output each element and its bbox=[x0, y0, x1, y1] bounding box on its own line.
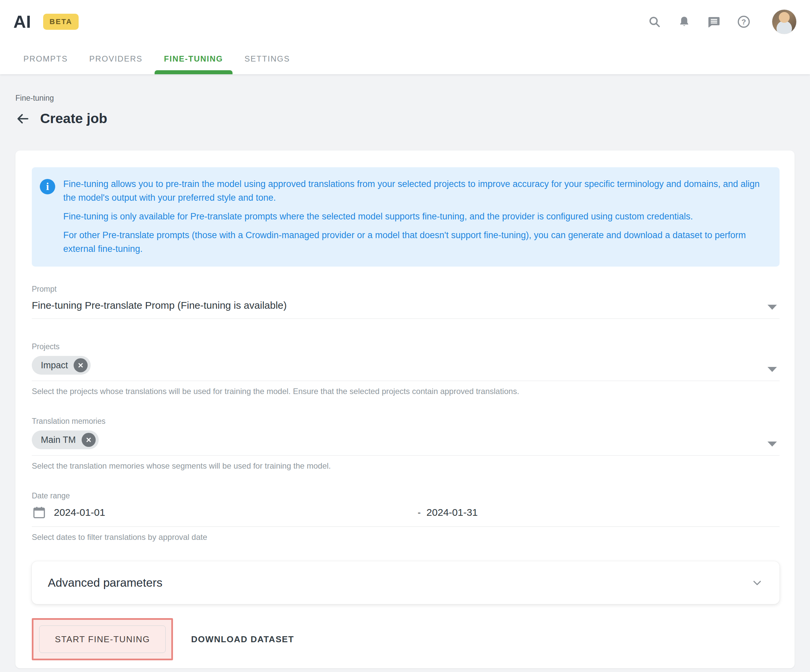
avatar[interactable] bbox=[772, 9, 796, 34]
tm-chip-label: Main TM bbox=[41, 435, 76, 445]
tab-providers[interactable]: PROVIDERS bbox=[89, 44, 143, 74]
tab-fine-tuning[interactable]: FINE-TUNING bbox=[164, 44, 223, 74]
chevron-down-icon[interactable] bbox=[768, 441, 777, 446]
svg-text:?: ? bbox=[741, 17, 746, 26]
prompt-label: Prompt bbox=[32, 285, 780, 294]
advanced-parameters-toggle[interactable]: Advanced parameters bbox=[32, 561, 780, 604]
page-title: Create job bbox=[40, 111, 107, 126]
tm-chip: Main TM bbox=[32, 431, 99, 449]
tab-bar: PROMPTS PROVIDERS FINE-TUNING SETTINGS bbox=[0, 44, 810, 74]
projects-select[interactable]: Impact bbox=[32, 351, 780, 381]
info-paragraph-3: For other Pre-translate prompts (those w… bbox=[63, 229, 768, 256]
app-header: AI BETA bbox=[0, 0, 810, 74]
date-range-help-text: Select dates to filter translations by a… bbox=[32, 532, 780, 542]
translation-memories-help-text: Select the translation memories whose se… bbox=[32, 461, 780, 471]
notifications-bell-icon[interactable] bbox=[677, 15, 691, 29]
messages-icon[interactable] bbox=[707, 15, 721, 29]
help-icon[interactable]: ? bbox=[737, 15, 751, 29]
download-dataset-button[interactable]: DOWNLOAD DATASET bbox=[191, 634, 294, 645]
info-paragraph-2: Fine-tuning is only available for Pre-tr… bbox=[63, 210, 768, 224]
beta-badge: BETA bbox=[43, 14, 79, 30]
tab-settings[interactable]: SETTINGS bbox=[245, 44, 290, 74]
translation-memories-label: Translation memories bbox=[32, 417, 780, 426]
remove-chip-icon[interactable] bbox=[74, 358, 88, 372]
create-job-card: i Fine-tuning allows you to pre-train th… bbox=[15, 150, 795, 668]
prompt-select[interactable]: Fine-tuning Pre-translate Promp (Fine-tu… bbox=[32, 294, 780, 319]
chevron-down-icon[interactable] bbox=[768, 367, 777, 372]
remove-chip-icon[interactable] bbox=[82, 433, 96, 447]
app-logo: AI bbox=[14, 12, 31, 32]
chevron-down-icon[interactable] bbox=[768, 305, 777, 310]
project-chip: Impact bbox=[32, 356, 91, 375]
projects-help-text: Select the projects whose translations w… bbox=[32, 387, 780, 396]
prompt-field: Prompt Fine-tuning Pre-translate Promp (… bbox=[32, 285, 780, 319]
advanced-parameters-label: Advanced parameters bbox=[48, 576, 162, 589]
date-range-field: Date range 2024-01-01 - 2024-01-31 Selec… bbox=[32, 491, 780, 542]
date-range-label: Date range bbox=[32, 491, 780, 500]
date-range-inputs: 2024-01-01 - 2024-01-31 bbox=[32, 500, 780, 527]
date-end-input[interactable]: 2024-01-31 bbox=[427, 507, 478, 518]
tab-prompts[interactable]: PROMPTS bbox=[24, 44, 68, 74]
annotation-highlight: START FINE-TUNING bbox=[32, 618, 173, 660]
start-fine-tuning-button[interactable]: START FINE-TUNING bbox=[39, 625, 165, 653]
back-arrow-icon[interactable] bbox=[15, 111, 30, 126]
actions-row: START FINE-TUNING DOWNLOAD DATASET bbox=[32, 618, 780, 660]
breadcrumb: Fine-tuning bbox=[15, 74, 795, 103]
calendar-icon[interactable] bbox=[32, 505, 47, 520]
info-icon: i bbox=[40, 179, 55, 194]
translation-memories-field: Translation memories Main TM Select the … bbox=[32, 417, 780, 471]
date-separator: - bbox=[418, 507, 420, 518]
projects-field: Projects Impact Select the projects whos… bbox=[32, 342, 780, 396]
project-chip-label: Impact bbox=[41, 360, 68, 371]
date-start-input[interactable]: 2024-01-01 bbox=[54, 507, 105, 518]
projects-label: Projects bbox=[32, 342, 780, 351]
translation-memories-select[interactable]: Main TM bbox=[32, 426, 780, 456]
info-banner: i Fine-tuning allows you to pre-train th… bbox=[32, 167, 780, 266]
prompt-value: Fine-tuning Pre-translate Promp (Fine-tu… bbox=[32, 300, 287, 311]
page-body: Fine-tuning Create job i Fine-tuning all… bbox=[0, 74, 810, 668]
info-paragraph-1: Fine-tuning allows you to pre-train the … bbox=[63, 177, 768, 205]
chevron-down-icon bbox=[751, 576, 763, 589]
search-icon[interactable] bbox=[647, 15, 662, 29]
